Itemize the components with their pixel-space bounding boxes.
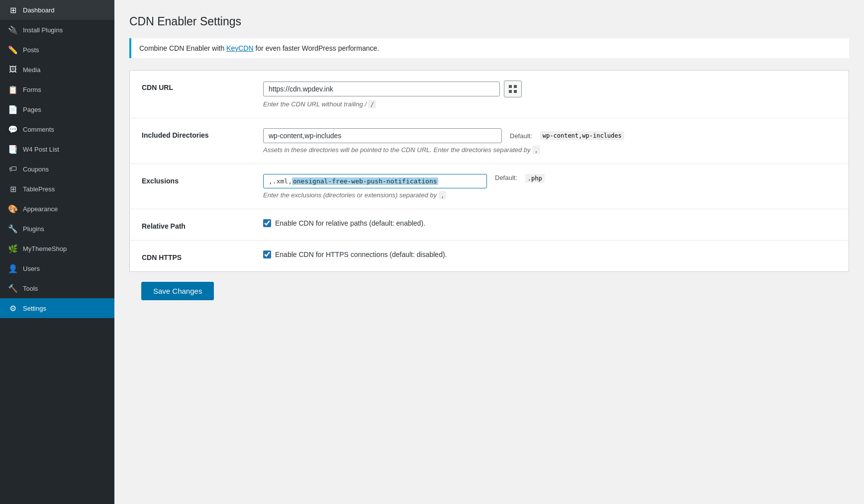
info-text: Combine CDN Enabler with (139, 44, 226, 52)
sidebar-item-tools[interactable]: 🔨Tools (0, 278, 114, 298)
mythemeshop-icon: 🌿 (8, 244, 18, 253)
exclusions-row: Exclusions ,.xml, onesignal-free-web-pus… (130, 164, 849, 209)
included-dirs-default-value: wp-content,wp-includes (540, 131, 624, 140)
exclusions-highlighted-text: onesignal-free-web-push-notifications (292, 177, 438, 185)
tablepress-icon: ⊞ (8, 184, 18, 194)
svg-rect-0 (509, 85, 512, 88)
included-dirs-label: Included Directories (142, 128, 251, 139)
comments-icon: 💬 (8, 124, 18, 134)
sidebar-item-comments[interactable]: 💬Comments (0, 119, 114, 139)
pages-label: Pages (23, 106, 41, 113)
exclusions-hint: Enter the exclusions (directories or ext… (263, 191, 837, 199)
posts-icon: ✏️ (8, 45, 18, 55)
cdn-https-row: CDN HTTPS Enable CDN for HTTPS connectio… (130, 241, 849, 271)
svg-rect-1 (514, 85, 517, 88)
cdn-https-label: CDN HTTPS (142, 251, 251, 261)
sidebar-item-users[interactable]: 👤Users (0, 258, 114, 278)
exclusions-separator: , (439, 191, 447, 199)
appearance-label: Appearance (23, 205, 58, 213)
install-plugins-icon: 🔌 (8, 25, 18, 35)
users-icon: 👤 (8, 263, 18, 273)
cdn-url-input[interactable] (263, 82, 500, 96)
dashboard-label: Dashboard (23, 6, 55, 14)
appearance-icon: 🎨 (8, 204, 18, 214)
save-button[interactable]: Save Changes (141, 282, 214, 300)
sidebar: ⊞Dashboard🔌Install Plugins✏️Posts🖼Media📋… (0, 0, 114, 504)
sidebar-item-install-plugins[interactable]: 🔌Install Plugins (0, 20, 114, 40)
pages-icon: 📄 (8, 104, 18, 114)
cdn-https-checkbox[interactable] (263, 251, 271, 258)
settings-form: CDN URL Enter the CDN URL without traili… (129, 70, 849, 272)
relative-path-row: Relative Path Enable CDN for relative pa… (130, 209, 849, 241)
cdn-url-hint: Enter the CDN URL without trailing / / (263, 100, 837, 108)
svg-rect-2 (509, 90, 512, 93)
forms-icon: 📋 (8, 84, 18, 94)
w4-post-list-label: W4 Post List (23, 146, 59, 153)
relative-path-checkbox[interactable] (263, 219, 271, 227)
cdn-https-field: Enable CDN for HTTPS connections (defaul… (263, 251, 837, 258)
cdn-https-checkbox-label: Enable CDN for HTTPS connections (defaul… (275, 251, 447, 258)
cdn-url-slash: / (368, 100, 376, 108)
forms-label: Forms (23, 86, 41, 93)
main-content: CDN Enabler Settings Combine CDN Enabler… (114, 0, 864, 504)
comments-label: Comments (23, 126, 54, 133)
cdn-url-label: CDN URL (142, 81, 251, 91)
sidebar-item-w4-post-list[interactable]: 📑W4 Post List (0, 139, 114, 159)
included-dirs-row: Included Directories Default: wp-content… (130, 118, 849, 164)
settings-icon: ⚙ (8, 303, 18, 313)
sidebar-item-pages[interactable]: 📄Pages (0, 99, 114, 119)
sidebar-item-dashboard[interactable]: ⊞Dashboard (0, 0, 114, 20)
relative-path-checkbox-label: Enable CDN for relative paths (default: … (275, 219, 425, 227)
exclusions-default-label: Default: (495, 174, 517, 181)
svg-rect-3 (514, 90, 517, 93)
included-dirs-field: Default: wp-content,wp-includes Assets i… (263, 128, 837, 154)
sidebar-item-coupons[interactable]: 🏷Coupons (0, 159, 114, 179)
included-dirs-hint: Assets in these directories will be poin… (263, 146, 837, 154)
exclusions-normal-text: ,.xml, (269, 177, 292, 185)
info-box: Combine CDN Enabler with KeyCDN for even… (129, 38, 849, 58)
exclusions-field: ,.xml, onesignal-free-web-push-notificat… (263, 174, 837, 199)
cdn-url-field: Enter the CDN URL without trailing / / (263, 81, 837, 108)
relative-path-field: Enable CDN for relative paths (default: … (263, 219, 837, 227)
coupons-icon: 🏷 (8, 164, 18, 174)
relative-path-label: Relative Path (142, 219, 251, 230)
users-label: Users (23, 265, 40, 272)
sidebar-item-media[interactable]: 🖼Media (0, 60, 114, 80)
included-dirs-default-label: Default: (510, 132, 532, 140)
cdn-url-row: CDN URL Enter the CDN URL without traili… (130, 71, 849, 118)
sidebar-item-posts[interactable]: ✏️Posts (0, 40, 114, 60)
grid-icon-button[interactable] (504, 81, 522, 97)
tablepress-label: TablePress (23, 185, 55, 193)
install-plugins-label: Install Plugins (23, 26, 63, 34)
sidebar-item-plugins[interactable]: 🔧Plugins (0, 219, 114, 239)
exclusions-default-value: .php (525, 174, 545, 183)
tools-icon: 🔨 (8, 283, 18, 293)
mythemeshop-label: MyThemeShop (23, 245, 67, 252)
settings-label: Settings (23, 305, 46, 312)
posts-label: Posts (23, 46, 39, 54)
coupons-label: Coupons (23, 166, 49, 173)
keycdn-link[interactable]: KeyCDN (226, 44, 253, 52)
sidebar-item-settings[interactable]: ⚙Settings (0, 298, 114, 318)
plugins-icon: 🔧 (8, 224, 18, 234)
page-title: CDN Enabler Settings (129, 15, 849, 28)
included-dirs-input[interactable] (263, 128, 502, 143)
tools-label: Tools (23, 285, 38, 292)
plugins-label: Plugins (23, 225, 44, 233)
sidebar-item-mythemeshop[interactable]: 🌿MyThemeShop (0, 239, 114, 258)
sidebar-item-appearance[interactable]: 🎨Appearance (0, 199, 114, 219)
dashboard-icon: ⊞ (8, 5, 18, 15)
media-label: Media (23, 66, 40, 74)
exclusions-input-display[interactable]: ,.xml, onesignal-free-web-push-notificat… (263, 174, 487, 188)
info-text-after: for even faster WordPress performance. (254, 44, 380, 52)
media-icon: 🖼 (8, 65, 18, 75)
included-dirs-separator: , (532, 146, 540, 154)
exclusions-label: Exclusions (142, 174, 251, 185)
sidebar-item-forms[interactable]: 📋Forms (0, 80, 114, 99)
w4-post-list-icon: 📑 (8, 144, 18, 154)
sidebar-item-tablepress[interactable]: ⊞TablePress (0, 179, 114, 199)
save-row: Save Changes (129, 272, 849, 310)
